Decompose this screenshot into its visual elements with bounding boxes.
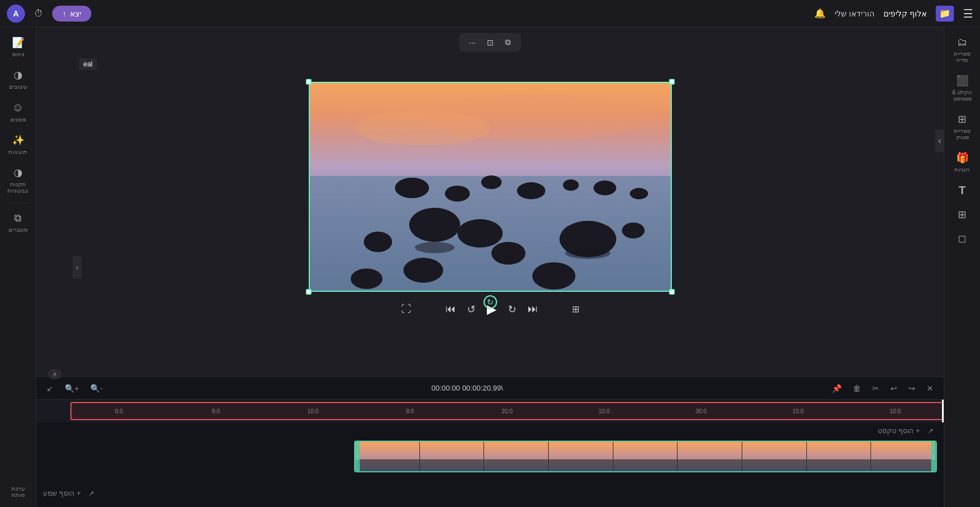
video-track[interactable]: ⋮ ⋮ [354,441,937,472]
more-options-button[interactable]: ··· [466,37,480,48]
fullscreen-right-button[interactable]: ⊞ [572,304,579,315]
timeline-toolbar-left: ↙ 🔍+ 🔍- [43,382,106,395]
sidebar-item-color[interactable]: ◑ תקנות צבעוניות [3,162,33,198]
sidebar-item-layout[interactable]: ערכת מותח [3,481,33,502]
timeline-toolbar-right: 📌 🗑 ✂ ↩ ↪ ✕ [828,382,937,395]
forward-button[interactable]: ↻ [508,303,516,316]
right-sidebar: ‹ 🗂 ספריית מדיה ⬛ הקלט & סטטיסט ⊞ ספריית… [944,27,980,507]
right-sidebar-item-stock[interactable]: ⊞ ספריית סטוק [948,108,977,145]
text-icon: T [958,184,965,197]
bell-icon[interactable]: 🔔 [814,8,826,19]
tl-delete-button[interactable]: 🗑 [849,382,864,395]
track-handle-right[interactable]: ⋮ [931,442,936,471]
svg-point-4 [517,182,545,199]
ruler-labels: 0:0 8:0 10:0 8:0 20:0 10:0 30:0 15:0 10:… [70,400,944,422]
timeline-toolbar: ↙ 🔍+ 🔍- ‏\00:00:20.99‏ 00:00:00 📌 🗑 ✂ ↩ … [36,377,944,400]
folder-icon[interactable]: 📁 [936,6,954,22]
svg-point-12 [364,232,392,252]
history-button[interactable]: ⏱ [31,6,47,22]
add-text-button[interactable]: + הוסף טקסט [878,427,920,435]
video-scene [310,83,671,291]
sidebar-item-effects[interactable]: ✨ תוצאות [3,129,33,160]
tl-undo-button[interactable]: ↩ [887,382,901,395]
notes-icon: 📝 [12,36,24,49]
topbar-right: 🔔 הורידאו שלי אלוף קליפים 📁 ☰ [814,6,973,22]
gifts-icon: 🎁 [956,152,969,164]
add-audio-row: + הוסף שמע ↗ [36,485,944,501]
skip-start-button[interactable]: ⏮ [445,303,456,315]
menu-button[interactable]: ☰ [963,7,973,20]
sidebar-divider [7,203,30,203]
sidebar-item-transitions[interactable]: ⧉ מעברים [3,208,33,237]
svg-point-11 [622,223,645,238]
video-thumb-7 [742,442,807,471]
tl-zoom-out-button[interactable]: 🔍- [87,382,106,395]
rewind-button[interactable]: ↺ [467,303,476,316]
transition-r-icon: ⊞ [958,208,966,221]
pip-button[interactable]: ⧉ [502,36,514,48]
audio-expand-button[interactable]: ↗ [85,488,98,499]
tl-zoom-in-button[interactable]: 🔍+ [61,382,82,395]
add-text-row: + הוסף טקסט ↗ [871,422,944,439]
track-handle-left[interactable]: ⋮ [355,442,360,471]
right-sidebar-item-media[interactable]: 🗂 ספריית מדיה [948,32,977,68]
center-area: › ··· ⊡ ⧉ eal [36,27,944,507]
sidebar-item-themes[interactable]: ◑ עיצובים [3,64,33,94]
svg-point-20 [355,111,491,145]
right-sidebar-item-record[interactable]: ⬛ הקלט & סטטיסט [948,70,977,106]
svg-point-6 [594,181,616,195]
svg-point-16 [351,269,382,289]
right-sidebar-item-transition[interactable]: ⊞ [948,204,977,225]
tl-redo-button[interactable]: ↪ [905,382,919,395]
video-thumb-2 [420,442,485,471]
timeline-collapse-button[interactable]: ∧ [48,369,62,379]
handle-top-right[interactable] [669,79,675,85]
handle-bottom-left[interactable] [306,289,312,295]
right-sidebar-item-filter[interactable]: ◻ [948,228,977,249]
timeline-ruler-container: 0:0 8:0 10:0 8:0 20:0 10:0 30:0 15:0 10:… [36,400,944,422]
fullscreen-left-button[interactable]: ⛶ [401,303,411,315]
tl-expand-button[interactable]: ↙ [43,382,57,395]
transitions-icon: ⧉ [14,212,22,224]
left-panel-toggle[interactable]: › [73,256,82,279]
video-thumb-6 [678,442,742,471]
right-sidebar-toggle[interactable]: ‹ [935,129,944,152]
right-sidebar-item-gifts[interactable]: 🎁 הגניות [948,147,977,177]
preview-mode-button[interactable]: ⊡ [483,37,497,48]
svg-point-18 [565,248,611,259]
svg-point-14 [403,258,443,283]
preview-toolbar: ··· ⊡ ⧉ [459,33,521,52]
nav-clipchamp[interactable]: אלוף קליפים [884,9,927,18]
svg-point-9 [457,219,503,248]
svg-point-17 [415,242,455,253]
right-sidebar-item-text[interactable]: T [948,179,977,202]
record-icon: ⬛ [956,74,969,87]
effects-icon: ✨ [12,134,24,146]
add-text-expand-button[interactable]: ↗ [924,425,937,437]
topbar-left: A ⏱ יצא ↑ [7,5,91,23]
video-frame [309,82,672,292]
main-area: 📝 ניחוס ◑ עיצובים ☺ פוסנים ✨ תוצאות ◑ תק… [0,27,980,507]
video-thumb-5 [613,442,678,471]
export-button[interactable]: יצא ↑ [52,6,91,22]
video-thumb-1 [355,442,420,471]
tl-close-button[interactable]: ✕ [923,382,937,395]
sidebar-item-filters[interactable]: ☺ פוסנים [3,97,33,127]
svg-point-1 [395,178,429,198]
handle-bottom-right[interactable] [669,289,675,295]
sidebar-item-notes[interactable]: 📝 ניחוס [3,32,33,62]
handle-top-left[interactable] [306,79,312,85]
rotation-handle[interactable]: ↻ [483,295,497,309]
video-thumb-3 [484,442,549,471]
skip-end-button[interactable]: ⏭ [528,303,538,315]
tl-cut-button[interactable]: ✂ [869,382,882,395]
timeline-area: ∧ ↙ 🔍+ 🔍- ‏\00:00:20.99‏ 00:00:00 📌 🗑 ✂ … [36,376,944,507]
avatar[interactable]: A [7,5,25,23]
video-thumb-8 [807,442,872,471]
media-lib-icon: 🗂 [957,36,968,48]
add-audio-button[interactable]: + הוסף שמע [43,489,81,497]
tl-pin-button[interactable]: 📌 [828,382,845,395]
left-sidebar: 📝 ניחוס ◑ עיצובים ☺ פוסנים ✨ תוצאות ◑ תק… [0,27,36,507]
stock-icon: ⊞ [958,113,966,125]
nav-my-video[interactable]: הורידאו שלי [835,9,874,18]
